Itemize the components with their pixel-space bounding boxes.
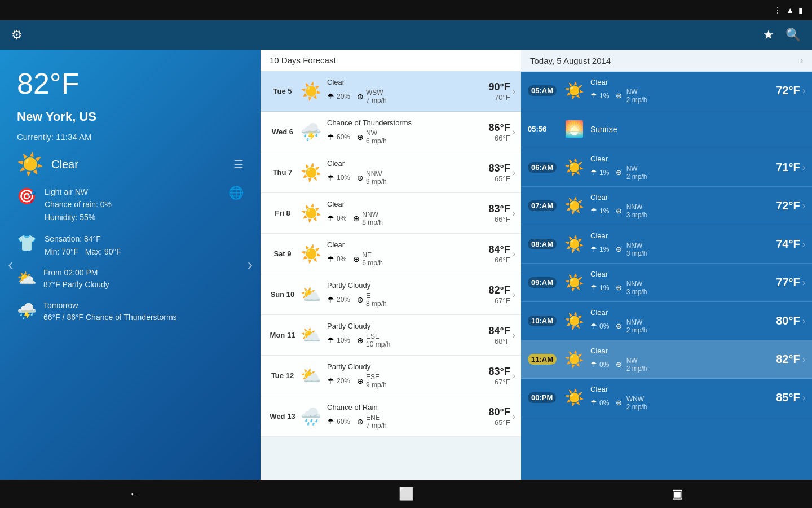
hourly-rain-icon: ☂ (590, 168, 597, 177)
hourly-arrow: › (802, 86, 805, 96)
forecast-weather-icon: ⛅ (299, 366, 323, 386)
forecast-item[interactable]: Fri 8 ☀️ Clear ☂ 0% ⊕ NNW8 mp/h 83°F 66°… (261, 193, 521, 234)
hourly-item[interactable]: 11:AM ☀️ Clear ☂ 0% ⊕ NW 2 mp/h 82°F › (521, 340, 812, 379)
day-label: Thu 7 (266, 168, 299, 177)
hour-label: 05:AM (528, 85, 564, 96)
from-condition: 87°F Partly Cloudy (43, 279, 109, 291)
hourly-arrow: › (802, 201, 805, 211)
partly-cloudy-icon: ⛅ (17, 269, 37, 288)
from-time: From 02:00 PM (43, 267, 109, 279)
current-temperature: 82°F (17, 67, 244, 100)
forecast-weather-icon: ☀️ (299, 203, 323, 223)
hourly-item[interactable]: 06:AM ☀️ Clear ☂ 1% ⊕ NW 2 mp/h 71°F › (521, 148, 812, 187)
forecast-item[interactable]: Tue 12 ⛅ Partly Cloudy ☂ 20% ⊕ ESE9 mp/h… (261, 356, 521, 396)
day-label: Tue 5 (266, 87, 299, 95)
forecast-arrow: › (513, 86, 515, 97)
hourly-list[interactable]: 05:AM ☀️ Clear ☂ 1% ⊕ NW 2 mp/h 72°F › 0… (521, 72, 812, 480)
left-panel: ‹ › 82°F New York, US Currently: 11:34 A… (0, 50, 261, 480)
forecast-desc: Chance of Thunderstorms ☂ 60% ⊕ NW6 mp/h (323, 119, 471, 145)
thunder-icon: ⛈️ (17, 302, 37, 321)
hourly-temp: 71°F (764, 161, 800, 174)
hourly-weather-icon: ☀️ (564, 273, 587, 292)
rain-icon: ☂ (327, 255, 334, 264)
list-icon[interactable]: ☰ (233, 157, 244, 171)
hourly-item[interactable]: 05:AM ☀️ Clear ☂ 1% ⊕ NW 2 mp/h 72°F › (521, 72, 812, 110)
forecast-item[interactable]: Tue 5 ☀️ Clear ☂ 20% ⊕ WSW7 mp/h 90°F 70… (261, 71, 521, 112)
hourly-desc: Clear ☂ 0% ⊕ WNW 2 mp/h (587, 385, 764, 411)
settings-icon[interactable]: ⚙ (11, 28, 23, 42)
forecast-panel: 10 Days Forecast Tue 5 ☀️ Clear ☂ 20% ⊕ … (261, 50, 521, 480)
main-layout: ‹ › 82°F New York, US Currently: 11:34 A… (0, 50, 812, 480)
wind-icon: ⊕ (357, 133, 364, 142)
forecast-temp: 90°F 70°F (471, 81, 510, 102)
hourly-rain-icon: ☂ (590, 91, 597, 100)
hourly-desc: Clear ☂ 1% ⊕ NW 2 mp/h (587, 78, 764, 104)
favorite-icon[interactable]: ★ (763, 28, 774, 42)
wind-info: Light air NW (45, 186, 112, 198)
forecast-desc: Clear ☂ 10% ⊕ NNW9 mp/h (323, 159, 471, 186)
toolbar-right: ★ 🔍 (763, 28, 801, 42)
hourly-arrow: › (802, 163, 805, 173)
forecast-list[interactable]: Tue 5 ☀️ Clear ☂ 20% ⊕ WSW7 mp/h 90°F 70… (261, 71, 521, 480)
wind-icon: ⊕ (357, 376, 364, 386)
rain-icon: ☂ (327, 214, 334, 223)
hourly-temp: 77°F (764, 276, 800, 289)
recents-button[interactable]: ▣ (660, 482, 695, 506)
forecast-weather-icon: ⛈️ (299, 122, 323, 142)
globe-icon[interactable]: 🌐 (228, 186, 244, 200)
forecast-item[interactable]: Mon 11 ⛅ Partly Cloudy ☂ 10% ⊕ ESE10 mp/… (261, 315, 521, 356)
hourly-desc: Clear ☂ 1% ⊕ NNW 3 mp/h (587, 231, 764, 257)
hourly-item[interactable]: 10:AM ☀️ Clear ☂ 0% ⊕ NNW 2 mp/h 80°F › (521, 302, 812, 340)
hourly-weather-icon: ☀️ (564, 196, 587, 215)
hourly-rain-icon: ☂ (590, 245, 597, 253)
day-label: Wed 6 (266, 128, 299, 136)
forecast-desc: Clear ☂ 0% ⊕ NE6 mp/h (323, 240, 471, 267)
forecast-item[interactable]: Wed 6 ⛈️ Chance of Thunderstorms ☂ 60% ⊕… (261, 112, 521, 152)
battery-icon: ▮ (798, 6, 803, 15)
sensation: Sensation: 84°F (45, 233, 121, 245)
shirt-icon: 👕 (17, 234, 37, 252)
hourly-arrow: › (802, 239, 805, 249)
hourly-wind-icon: ⊕ (616, 398, 622, 407)
home-button[interactable]: ⬜ (387, 482, 425, 506)
wifi-icon: ▲ (786, 6, 794, 15)
hourly-expand-icon[interactable]: › (800, 55, 803, 65)
forecast-desc: Chance of Rain ☂ 60% ⊕ ENE7 mp/h (323, 403, 471, 430)
rain-icon: ☂ (327, 133, 334, 142)
back-button[interactable]: ← (117, 482, 152, 506)
forecast-item[interactable]: Thu 7 ☀️ Clear ☂ 10% ⊕ NNW9 mp/h 83°F 65… (261, 152, 521, 193)
hourly-temp: 74°F (764, 238, 800, 251)
wind-icon: ⊕ (357, 336, 364, 345)
hourly-rain-icon: ☂ (590, 360, 597, 369)
nav-arrow-right[interactable]: › (242, 250, 258, 279)
bottom-nav: ← ⬜ ▣ (0, 480, 812, 508)
forecast-item[interactable]: Wed 13 🌧️ Chance of Rain ☂ 60% ⊕ ENE7 mp… (261, 396, 521, 437)
hourly-item[interactable]: 00:PM ☀️ Clear ☂ 0% ⊕ WNW 2 mp/h 85°F › (521, 379, 812, 417)
forecast-arrow: › (513, 249, 515, 259)
hour-label: 11:AM (528, 354, 564, 365)
search-icon[interactable]: 🔍 (785, 28, 801, 42)
hourly-arrow: › (802, 354, 805, 365)
bluetooth-icon: ⋮ (774, 6, 782, 15)
hourly-item[interactable]: 08:AM ☀️ Clear ☂ 1% ⊕ NNW 3 mp/h 74°F › (521, 225, 812, 264)
tomorrow-row: ⛈️ Tomorrow 66°F / 86°F Chance of Thunde… (17, 300, 244, 323)
hourly-item[interactable]: 09:AM ☀️ Clear ☂ 1% ⊕ NNW 3 mp/h 77°F › (521, 264, 812, 302)
hourly-arrow: › (802, 278, 805, 288)
nav-arrow-left[interactable]: ‹ (2, 250, 19, 279)
hour-label: 00:PM (528, 392, 564, 403)
day-label: Wed 13 (266, 412, 299, 421)
wind-icon: ⊕ (357, 92, 364, 101)
forecast-item[interactable]: Sat 9 ☀️ Clear ☂ 0% ⊕ NE6 mp/h 84°F 66°F… (261, 234, 521, 274)
hourly-weather-icon: ☀️ (564, 235, 587, 253)
hourly-wind-icon: ⊕ (616, 207, 622, 215)
hourly-rain-icon: ☂ (590, 283, 597, 292)
hourly-arrow: › (802, 393, 805, 403)
sensation-detail-row: 👕 Sensation: 84°F Min: 70°F Max: 90°F (17, 233, 244, 258)
toolbar: ⚙ ★ 🔍 (0, 20, 812, 50)
forecast-item[interactable]: Sun 10 ⛅ Partly Cloudy ☂ 20% ⊕ E8 mp/h 8… (261, 274, 521, 315)
weather-condition-label: Clear (51, 158, 78, 171)
day-label: Tue 12 (266, 371, 299, 380)
min-max-temp: Min: 70°F Max: 90°F (45, 246, 121, 258)
wind-icon: ⊕ (357, 173, 364, 182)
hourly-item[interactable]: 07:AM ☀️ Clear ☂ 1% ⊕ NNW 3 mp/h 72°F › (521, 187, 812, 225)
